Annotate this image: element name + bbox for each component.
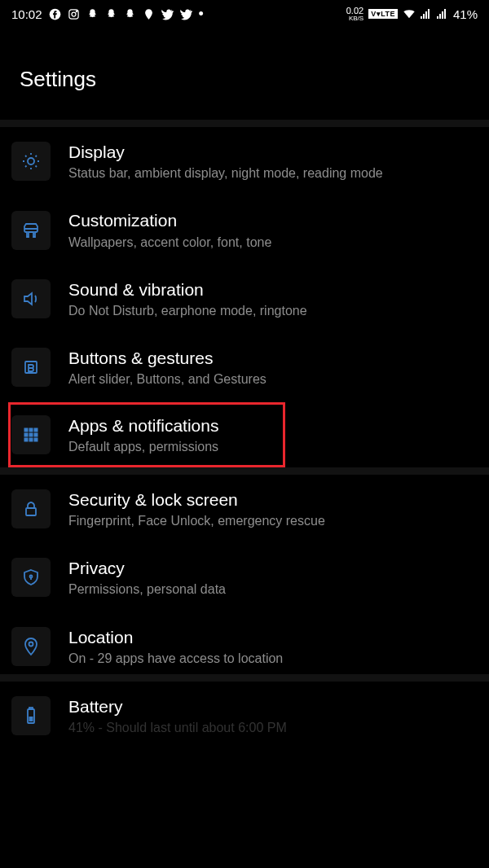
status-bar: 10:02 • 0.02KB/S V▾LTE — [0, 0, 489, 24]
svg-rect-20 — [24, 438, 28, 441]
item-title: Apps & notifications — [68, 415, 476, 436]
battery-icon — [11, 696, 51, 735]
svg-rect-15 — [29, 428, 33, 432]
twitter-icon-2 — [180, 8, 192, 20]
svg-point-3 — [76, 11, 77, 11]
item-title: Sound & vibration — [68, 279, 476, 300]
item-subtitle: Wallpapers, accent color, font, tone — [68, 235, 476, 250]
status-right: 0.02KB/S V▾LTE 41% — [346, 7, 478, 22]
settings-item-customization[interactable]: Customization Wallpapers, accent color, … — [0, 195, 489, 264]
settings-item-sound[interactable]: Sound & vibration Do Not Disturb, earpho… — [0, 265, 489, 333]
svg-rect-16 — [34, 428, 37, 432]
item-title: Privacy — [68, 558, 476, 578]
settings-item-privacy[interactable]: Privacy Permissions, personal data — [0, 543, 489, 612]
status-left: 10:02 • — [11, 7, 346, 21]
status-time: 10:02 — [11, 7, 42, 21]
settings-item-display[interactable]: Display Status bar, ambient display, nig… — [0, 127, 489, 195]
customization-icon — [11, 211, 51, 250]
swiggy-icon — [143, 8, 155, 20]
settings-item-location[interactable]: Location On - 29 apps have access to loc… — [0, 612, 489, 674]
settings-item-security[interactable]: Security & lock screen Fingerprint, Face… — [0, 475, 489, 543]
item-subtitle: Default apps, permissions — [68, 439, 476, 454]
location-icon — [11, 627, 51, 666]
divider — [0, 467, 489, 475]
svg-rect-19 — [34, 433, 37, 436]
svg-rect-23 — [26, 508, 36, 515]
svg-rect-21 — [29, 438, 33, 441]
snapchat-icon — [86, 8, 99, 20]
svg-rect-14 — [24, 428, 28, 432]
settings-item-apps[interactable]: Apps & notifications Default apps, permi… — [0, 402, 489, 467]
svg-rect-29 — [29, 717, 33, 721]
settings-group-1: Security & lock screen Fingerprint, Face… — [0, 475, 489, 674]
signal-icon-1 — [421, 9, 432, 19]
svg-rect-28 — [29, 708, 33, 709]
item-title: Display — [68, 142, 476, 162]
wifi-icon — [403, 7, 416, 20]
item-subtitle: Alert slider, Buttons, and Gestures — [68, 371, 476, 387]
item-title: Location — [68, 627, 476, 647]
item-title: Security & lock screen — [68, 489, 476, 510]
item-subtitle: On - 29 apps have access to location — [68, 651, 476, 666]
svg-point-24 — [30, 576, 33, 578]
battery-percent: 41% — [453, 7, 478, 21]
svg-rect-22 — [34, 438, 37, 441]
svg-point-26 — [29, 642, 33, 646]
shield-icon — [11, 558, 51, 597]
twitter-icon — [161, 8, 174, 20]
item-subtitle: Status bar, ambient display, night mode,… — [68, 165, 476, 181]
item-title: Battery — [68, 696, 476, 717]
item-subtitle: Do Not Disturb, earphone mode, ringtone — [68, 303, 476, 318]
settings-group-2: Battery 41% - Should last until about 6:… — [0, 682, 489, 735]
snapchat-icon-2 — [105, 8, 117, 20]
svg-point-4 — [28, 158, 34, 164]
settings-group-0: Display Status bar, ambient display, nig… — [0, 127, 489, 467]
svg-line-10 — [36, 166, 37, 168]
divider — [0, 120, 489, 127]
item-subtitle: 41% - Should last until about 6:00 PM — [68, 720, 476, 735]
item-subtitle: Fingerprint, Face Unlock, emergency resc… — [68, 513, 476, 528]
signal-icon-2 — [437, 9, 448, 19]
item-title: Buttons & gestures — [68, 348, 476, 368]
settings-item-buttons[interactable]: Buttons & gestures Alert slider, Buttons… — [0, 333, 489, 401]
settings-item-battery[interactable]: Battery 41% - Should last until about 6:… — [0, 682, 489, 735]
apps-icon — [11, 415, 51, 454]
svg-rect-18 — [29, 433, 33, 436]
item-title: Customization — [68, 210, 476, 230]
svg-point-2 — [72, 12, 76, 16]
item-subtitle: Permissions, personal data — [68, 581, 476, 597]
snapchat-icon-3 — [124, 8, 136, 20]
sound-icon — [11, 279, 51, 318]
display-icon — [11, 142, 51, 181]
facebook-icon — [49, 8, 61, 20]
page-title: Settings — [0, 24, 489, 120]
instagram-icon — [68, 8, 80, 20]
lock-icon — [11, 489, 51, 528]
svg-line-12 — [36, 156, 37, 157]
volte-icon: V▾LTE — [368, 9, 398, 19]
divider — [0, 674, 489, 682]
buttons-icon — [11, 348, 51, 387]
svg-line-9 — [25, 156, 27, 157]
svg-rect-17 — [24, 433, 28, 436]
svg-line-11 — [25, 166, 27, 168]
data-speed: 0.02KB/S — [346, 7, 363, 22]
